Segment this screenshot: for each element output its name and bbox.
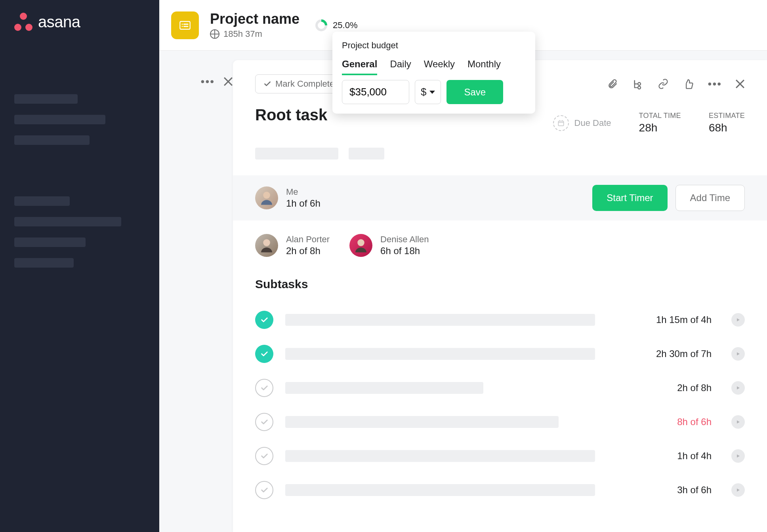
field-placeholder	[349, 148, 384, 160]
close-icon[interactable]	[223, 77, 233, 86]
estimate-value: 68h	[709, 122, 745, 134]
budget-amount-input[interactable]	[342, 80, 409, 104]
assignee: Alan Porter 2h of 8h	[255, 234, 330, 257]
svg-marker-18	[737, 454, 740, 458]
attachment-icon[interactable]	[607, 78, 618, 90]
budget-popover: Project budget GeneralDailyWeeklyMonthly…	[332, 32, 535, 114]
subtask-time: 1h 15m of 4h	[656, 314, 712, 325]
svg-point-13	[357, 239, 364, 246]
task-more-icon[interactable]: •••	[708, 78, 722, 90]
task-close-icon[interactable]	[735, 79, 745, 89]
complete-toggle[interactable]	[255, 345, 273, 363]
assignee: Denise Allen 6h of 18h	[349, 234, 429, 257]
total-time-label: TOTAL TIME	[639, 112, 681, 120]
avatar	[255, 234, 278, 257]
subtasks-heading: Subtasks	[255, 277, 745, 291]
assignee-time: 6h of 18h	[380, 245, 429, 256]
clock-icon	[210, 29, 219, 39]
complete-toggle[interactable]	[255, 311, 273, 329]
avatar	[349, 234, 372, 257]
more-icon[interactable]: •••	[201, 75, 215, 88]
subtask-row[interactable]: 3h of 6h	[255, 473, 745, 507]
complete-toggle[interactable]	[255, 447, 273, 465]
subtask-row[interactable]: 2h 30m of 7h	[255, 337, 745, 371]
play-button[interactable]	[731, 415, 745, 429]
app-logo: asana	[14, 13, 145, 31]
play-button[interactable]	[731, 483, 745, 497]
play-button[interactable]	[731, 347, 745, 361]
link-icon[interactable]	[657, 78, 669, 90]
calendar-icon	[553, 115, 569, 131]
svg-point-11	[263, 192, 270, 199]
play-button[interactable]	[731, 381, 745, 395]
my-time-section: Me 1h of 6h Start Timer Add Time	[233, 175, 767, 220]
subtask-title-placeholder	[285, 348, 595, 360]
nav-item-placeholder[interactable]	[14, 196, 70, 206]
subtask-time: 2h 30m of 7h	[656, 348, 712, 359]
total-time-value: 28h	[639, 122, 681, 134]
play-button[interactable]	[731, 313, 745, 327]
svg-marker-17	[737, 420, 740, 424]
complete-toggle[interactable]	[255, 481, 273, 499]
subtask-row[interactable]: 1h of 4h	[255, 439, 745, 473]
subtask-title-placeholder	[285, 314, 595, 326]
asana-logo-icon	[14, 13, 32, 31]
subtask-row[interactable]: 8h of 6h	[255, 405, 745, 439]
nav-item-placeholder[interactable]	[14, 258, 74, 268]
budget-tab-general[interactable]: General	[342, 59, 377, 75]
like-icon[interactable]	[683, 78, 694, 90]
nav-item-placeholder[interactable]	[14, 135, 90, 145]
assignee-name: Alan Porter	[286, 234, 330, 245]
subtask-title-placeholder	[285, 450, 595, 462]
subtask-row[interactable]: 1h 15m of 4h	[255, 303, 745, 337]
subtask-title-placeholder	[285, 382, 483, 394]
project-card-icon	[171, 11, 199, 39]
nav-item-placeholder[interactable]	[14, 115, 105, 124]
svg-marker-19	[737, 488, 740, 492]
sidebar: asana	[0, 0, 159, 532]
project-title: Project name	[210, 11, 300, 27]
svg-marker-14	[737, 318, 740, 321]
budget-tab-daily[interactable]: Daily	[390, 59, 411, 75]
complete-toggle[interactable]	[255, 379, 273, 397]
currency-select[interactable]: $	[415, 80, 441, 104]
play-button[interactable]	[731, 449, 745, 463]
budget-tab-weekly[interactable]: Weekly	[424, 59, 455, 75]
nav-item-placeholder[interactable]	[14, 94, 78, 104]
subtask-time: 2h of 8h	[677, 382, 712, 393]
start-timer-button[interactable]: Start Timer	[592, 185, 667, 211]
svg-rect-0	[180, 21, 190, 29]
subtask-title-placeholder	[285, 416, 559, 428]
due-date[interactable]: Due Date	[553, 115, 611, 131]
svg-point-6	[638, 86, 641, 89]
subtask-time: 8h of 6h	[677, 416, 712, 428]
add-time-button[interactable]: Add Time	[675, 185, 745, 211]
svg-point-5	[638, 83, 641, 86]
complete-toggle[interactable]	[255, 413, 273, 431]
mark-complete-label: Mark Complete	[275, 79, 334, 89]
nav-item-placeholder[interactable]	[14, 238, 86, 247]
svg-marker-15	[737, 352, 740, 355]
chevron-down-icon	[429, 91, 435, 94]
svg-marker-16	[737, 386, 740, 390]
save-button[interactable]: Save	[446, 80, 503, 104]
subtask-time: 3h of 6h	[677, 484, 712, 496]
task-panel: Mark Complete •••	[233, 60, 767, 532]
mark-complete-button[interactable]: Mark Complete	[255, 74, 343, 93]
subtask-title-placeholder	[285, 484, 595, 496]
estimate-label: ESTIMATE	[709, 112, 745, 120]
budget-tab-monthly[interactable]: Monthly	[467, 59, 501, 75]
progress-donut-icon	[315, 19, 327, 31]
project-time: 185h 37m	[223, 29, 262, 39]
progress-percent: 25.0%	[333, 20, 357, 30]
subtask-icon[interactable]	[632, 78, 644, 90]
subtask-row[interactable]: 2h of 8h	[255, 371, 745, 405]
project-progress: 25.0%	[315, 19, 357, 31]
app-name: asana	[38, 13, 80, 31]
subtask-time: 1h of 4h	[677, 450, 712, 462]
assignee-name: Me	[286, 187, 321, 197]
svg-point-12	[263, 239, 270, 246]
assignee-time: 1h of 6h	[286, 198, 321, 209]
svg-rect-7	[558, 121, 563, 126]
nav-item-placeholder[interactable]	[14, 217, 121, 226]
